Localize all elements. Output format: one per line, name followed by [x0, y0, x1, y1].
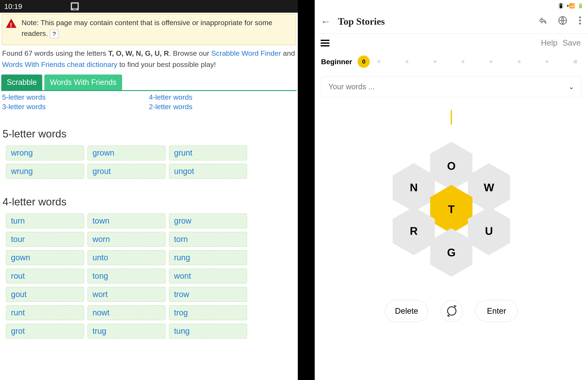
rank-dot — [377, 60, 380, 63]
quick-links: 5-letter words 4-letter words 3-letter w… — [1, 91, 296, 111]
hex-top-left[interactable]: N — [393, 163, 435, 212]
word-link[interactable]: nowt — [93, 308, 109, 317]
word-cell[interactable]: grown — [87, 145, 166, 160]
word-link[interactable]: wont — [174, 271, 191, 280]
word-link[interactable]: grot — [11, 327, 25, 335]
image-icon — [71, 2, 79, 10]
word-cell[interactable]: rout — [6, 268, 84, 284]
word-cell[interactable]: tour — [6, 232, 84, 247]
word-cell[interactable]: wrung — [6, 164, 84, 179]
word-link[interactable]: trow — [174, 290, 189, 299]
home-indicator[interactable] — [115, 376, 183, 378]
shuffle-icon — [447, 306, 456, 316]
link-2-letter[interactable]: 2-letter words — [149, 103, 192, 111]
word-link[interactable]: wrung — [11, 167, 33, 176]
word-link[interactable]: trug — [93, 327, 106, 335]
words-input-container[interactable]: ⌄ — [321, 76, 582, 97]
word-link[interactable]: tung — [174, 327, 190, 335]
link-5-letter[interactable]: 5-letter words — [2, 93, 46, 101]
word-link[interactable]: gown — [11, 253, 30, 262]
kebab-menu-icon[interactable] — [578, 16, 582, 27]
scrabble-finder-link[interactable]: Scrabble Word Finder — [211, 49, 281, 57]
word-cell[interactable]: tong — [87, 268, 166, 284]
delete-button[interactable]: Delete — [385, 300, 428, 322]
help-link[interactable]: Help — [541, 38, 557, 47]
words-input[interactable] — [328, 82, 568, 91]
hamburger-icon[interactable] — [321, 40, 330, 46]
rank-end — [574, 60, 577, 63]
word-link[interactable]: tong — [93, 271, 108, 280]
word-link[interactable]: town — [93, 216, 109, 225]
word-cell[interactable]: trow — [169, 287, 247, 302]
chevron-down-icon[interactable]: ⌄ — [568, 83, 574, 91]
word-link[interactable]: wrong — [11, 148, 33, 157]
words-5-grid: wronggrowngruntwrunggroutungot — [1, 140, 296, 179]
typing-cursor — [451, 110, 452, 125]
back-button[interactable]: ← — [321, 16, 331, 27]
word-link[interactable]: rung — [174, 253, 190, 262]
word-cell[interactable]: rung — [169, 250, 247, 265]
link-4-letter[interactable]: 4-letter words — [149, 93, 192, 101]
section-4-letter-title: 4-letter words — [1, 196, 296, 208]
word-link[interactable]: grunt — [174, 148, 192, 157]
word-link[interactable]: trog — [174, 308, 188, 317]
word-link[interactable]: torn — [174, 235, 188, 244]
word-cell[interactable]: gout — [6, 287, 84, 302]
word-link[interactable]: wort — [93, 290, 108, 299]
word-link[interactable]: gout — [11, 290, 27, 299]
wwf-dictionary-link[interactable]: Words With Friends cheat dictionary — [2, 60, 117, 68]
hex-top-right[interactable]: W — [468, 163, 510, 212]
hex-bottom-left[interactable]: R — [393, 207, 435, 255]
word-cell[interactable]: grow — [169, 213, 247, 228]
rank-dot — [518, 60, 521, 63]
hex-center[interactable]: T — [430, 185, 472, 233]
word-link[interactable]: unto — [93, 253, 108, 262]
rank-dot — [434, 60, 437, 63]
help-button[interactable]: ? — [50, 30, 58, 38]
word-cell[interactable]: grot — [6, 324, 84, 339]
hex-bottom-right[interactable]: U — [468, 207, 510, 255]
word-cell[interactable]: unto — [87, 250, 166, 265]
tab-wwf[interactable]: Words With Friends — [44, 75, 122, 90]
word-link[interactable]: ungot — [174, 167, 194, 176]
hex-bottom[interactable]: G — [430, 228, 472, 277]
word-cell[interactable]: trog — [169, 305, 247, 320]
word-cell[interactable]: turn — [6, 213, 84, 228]
word-cell[interactable]: tung — [169, 324, 247, 339]
rank-label: Beginner — [321, 58, 352, 66]
word-cell[interactable]: town — [87, 213, 166, 228]
word-link[interactable]: grown — [93, 148, 115, 157]
word-cell[interactable]: gown — [6, 250, 84, 265]
word-cell[interactable]: wrong — [6, 145, 84, 160]
words-4-grid: turntowngrowtourworntorngownuntorungrout… — [1, 208, 296, 339]
word-link[interactable]: grow — [174, 216, 191, 225]
link-3-letter[interactable]: 3-letter words — [2, 103, 46, 111]
word-cell[interactable]: wort — [87, 287, 166, 302]
word-link[interactable]: tour — [11, 235, 25, 244]
globe-icon[interactable] — [558, 16, 567, 27]
tab-scrabble[interactable]: Scrabble — [1, 75, 42, 90]
save-link[interactable]: Save — [562, 38, 581, 47]
share-icon[interactable] — [538, 16, 548, 27]
split-divider — [298, 0, 315, 380]
word-cell[interactable]: grunt — [169, 145, 247, 160]
word-link[interactable]: grout — [93, 167, 111, 176]
word-link[interactable]: worn — [93, 235, 110, 244]
word-cell[interactable]: nowt — [87, 305, 166, 320]
word-cell[interactable]: runt — [6, 305, 84, 320]
word-cell[interactable]: ungot — [169, 164, 247, 179]
score-badge: 0 — [358, 56, 370, 68]
word-cell[interactable]: torn — [169, 232, 247, 247]
word-cell[interactable]: grout — [87, 164, 166, 179]
word-link[interactable]: runt — [11, 308, 25, 317]
shuffle-button[interactable] — [441, 300, 463, 322]
word-link[interactable]: rout — [11, 271, 25, 280]
enter-button[interactable]: Enter — [475, 300, 518, 322]
word-cell[interactable]: worn — [87, 232, 166, 247]
word-cell[interactable]: wont — [169, 268, 247, 284]
word-link[interactable]: turn — [11, 216, 25, 225]
word-cell[interactable]: trug — [87, 324, 166, 339]
right-status-bar: 📳 ▾📶 🔋 — [315, 0, 588, 12]
sub-header: Help Save — [315, 34, 588, 52]
hex-top[interactable]: O — [430, 142, 472, 190]
